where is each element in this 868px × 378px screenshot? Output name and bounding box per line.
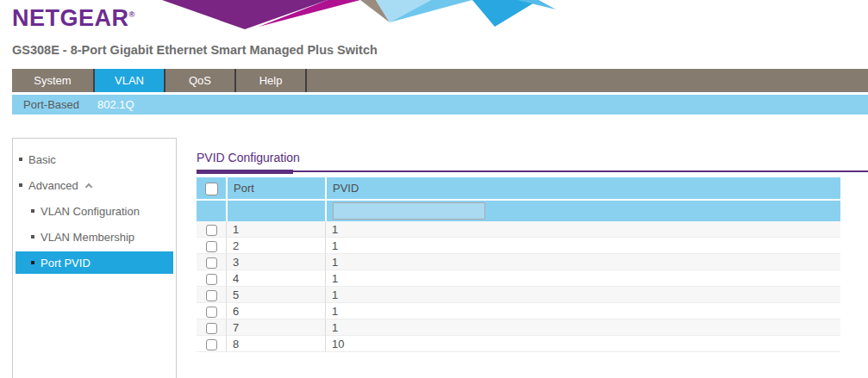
sidebar-item-label: Advanced: [28, 179, 78, 192]
pvid-cell: 1: [325, 221, 840, 238]
subnav-item-port-based[interactable]: Port-Based: [23, 98, 79, 111]
sidebar-item-label: VLAN Membership: [41, 231, 134, 244]
row-checkbox-cell: [197, 336, 226, 352]
filter-cell-pvid: [325, 199, 840, 221]
page-title: GS308E - 8-Port Gigabit Ethernet Smart M…: [12, 43, 378, 57]
port-cell: 4: [226, 270, 325, 287]
row-checkbox-cell: [197, 303, 226, 319]
port-cell: 2: [226, 238, 325, 254]
registered-mark: ®: [129, 10, 135, 19]
row-checkbox[interactable]: [206, 274, 217, 285]
sidebar-item-vlan-configuration[interactable]: VLAN Configuration: [13, 198, 176, 224]
column-header-pvid: PVID: [325, 177, 840, 199]
row-checkbox-cell: [197, 319, 226, 336]
pvid-cell: 1: [325, 254, 840, 270]
bullet-icon: [31, 235, 34, 239]
bullet-icon: [31, 209, 34, 213]
row-checkbox-cell: [197, 270, 226, 287]
section-heading: PVID Configuration: [197, 151, 868, 164]
pvid-cell: 1: [325, 238, 840, 254]
pvid-cell: 10: [325, 336, 840, 352]
pvid-cell: 1: [325, 287, 840, 303]
sidebar-item-vlan-membership[interactable]: VLAN Membership: [13, 224, 176, 250]
row-checkbox-cell: [197, 238, 226, 254]
table-row: 71: [197, 319, 840, 336]
filter-cell-port: [226, 199, 325, 221]
brand-name: NETGEAR: [12, 5, 129, 31]
sub-nav: Port-Based802.1Q: [12, 95, 868, 115]
port-cell: 5: [226, 287, 325, 303]
bullet-icon: [19, 183, 22, 187]
row-checkbox[interactable]: [206, 225, 217, 236]
nav-tab-help[interactable]: Help: [236, 69, 307, 92]
sidebar: BasicAdvancedVLAN ConfigurationVLAN Memb…: [12, 138, 177, 378]
row-checkbox-cell: [197, 221, 226, 238]
port-cell: 6: [226, 303, 325, 319]
pvid-cell: 1: [325, 303, 840, 319]
pvid-filter-input[interactable]: [333, 202, 485, 220]
table-header-row: Port PVID: [197, 177, 840, 199]
table-row: 41: [197, 270, 840, 287]
port-cell: 7: [226, 319, 325, 336]
sidebar-item-label: VLAN Configuration: [41, 205, 140, 218]
table-row: 51: [197, 287, 840, 303]
sidebar-item-port-pvid[interactable]: Port PVID: [16, 251, 173, 274]
sidebar-item-basic[interactable]: Basic: [13, 146, 176, 172]
select-all-cell: [197, 177, 226, 199]
content-area: BasicAdvancedVLAN ConfigurationVLAN Memb…: [0, 115, 868, 378]
page: NETGEAR® GS308E - 8-Port Gigabit Etherne…: [0, 0, 868, 378]
table-row: 11: [197, 221, 840, 238]
sidebar-item-advanced[interactable]: Advanced: [13, 172, 176, 198]
row-checkbox[interactable]: [206, 241, 217, 252]
nav-tab-system[interactable]: System: [12, 69, 95, 92]
row-checkbox[interactable]: [206, 339, 217, 350]
header: NETGEAR® GS308E - 8-Port Gigabit Etherne…: [0, 0, 868, 69]
row-checkbox[interactable]: [206, 307, 217, 318]
port-cell: 3: [226, 254, 325, 270]
nav-tab-qos[interactable]: QoS: [165, 69, 236, 92]
main-nav: SystemVLANQoSHelp: [12, 69, 868, 92]
port-cell: 1: [226, 221, 325, 238]
main-panel: PVID Configuration Port PVID: [197, 138, 868, 352]
table-filter-row: [197, 199, 840, 221]
pvid-table: Port PVID 11213141516171810: [197, 177, 840, 352]
bullet-icon: [31, 261, 34, 264]
table-row: 61: [197, 303, 840, 319]
row-checkbox[interactable]: [206, 323, 217, 334]
row-checkbox[interactable]: [206, 257, 217, 269]
row-checkbox-cell: [197, 254, 226, 270]
table-row: 31: [197, 254, 840, 270]
bullet-icon: [19, 158, 22, 161]
pvid-cell: 1: [325, 319, 840, 336]
pvid-cell: 1: [325, 270, 840, 287]
table-row: 810: [197, 336, 840, 352]
port-cell: 8: [226, 336, 325, 352]
chevron-up-icon: [85, 183, 92, 189]
filter-cell-empty: [197, 199, 226, 221]
select-all-checkbox[interactable]: [205, 183, 218, 195]
subnav-item-802-1q[interactable]: 802.1Q: [97, 98, 134, 111]
sidebar-item-label: Basic: [28, 153, 56, 166]
netgear-logo: NETGEAR®: [12, 5, 135, 32]
nav-tab-vlan[interactable]: VLAN: [95, 69, 165, 92]
row-checkbox[interactable]: [206, 290, 217, 301]
row-checkbox-cell: [197, 287, 226, 303]
column-header-port: Port: [226, 177, 325, 199]
sidebar-item-label: Port PVID: [41, 257, 91, 270]
section-heading-block: PVID Configuration: [197, 151, 868, 172]
table-row: 21: [197, 238, 840, 254]
